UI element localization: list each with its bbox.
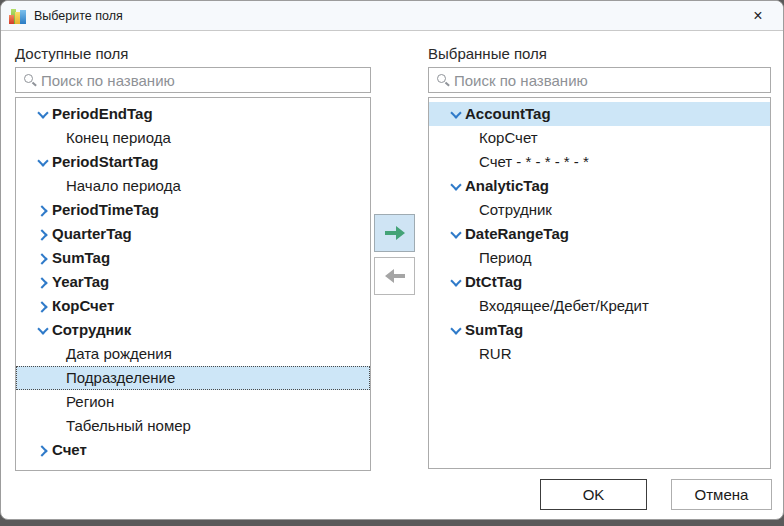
search-icon <box>436 73 450 87</box>
tree-item-label: Счет - * - * - * - * <box>479 153 589 170</box>
chevron-down-icon[interactable] <box>36 150 50 174</box>
tree-item-label: Сотрудник <box>479 201 552 218</box>
move-right-button[interactable] <box>374 214 415 252</box>
tree-item[interactable]: SumTag <box>16 246 370 270</box>
ok-button[interactable]: OK <box>540 479 647 510</box>
tree-item[interactable]: КорСчет <box>429 126 770 150</box>
available-fields-list[interactable]: PeriodEndTagКонец периодаPeriodStartTagН… <box>15 97 371 471</box>
tree-item-label: Регион <box>66 393 114 410</box>
tree-item-label: Подразделение <box>66 369 175 386</box>
cancel-button[interactable]: Отмена <box>671 479 772 510</box>
tree-item-label: Счет <box>52 441 87 458</box>
tree-item[interactable]: DtCtTag <box>429 270 770 294</box>
tree-item-label: Сотрудник <box>52 321 131 338</box>
tree-item-label: Дата рождения <box>66 345 172 362</box>
chevron-down-icon[interactable] <box>449 174 463 198</box>
tree-item-label: DtCtTag <box>465 273 522 290</box>
tree-item[interactable]: Входящее/Дебет/Кредит <box>429 294 770 318</box>
tree-item[interactable]: RUR <box>429 342 770 366</box>
tree-item-label: SumTag <box>52 249 110 266</box>
tree-item[interactable]: Период <box>429 246 770 270</box>
chevron-right-icon[interactable] <box>36 222 50 246</box>
tree-item[interactable]: Счет - * - * - * - * <box>429 150 770 174</box>
chevron-down-icon[interactable] <box>36 318 50 342</box>
selected-panel-label: Выбранные поля <box>428 45 547 62</box>
tree-item[interactable]: SumTag <box>429 318 770 342</box>
tree-item-label: Входящее/Дебет/Кредит <box>479 297 649 314</box>
search-icon <box>23 73 37 87</box>
tree-item[interactable]: Дата рождения <box>16 342 370 366</box>
tree-item[interactable]: Конец периода <box>16 126 370 150</box>
tree-item-label: SumTag <box>465 321 523 338</box>
tree-item[interactable]: QuarterTag <box>16 222 370 246</box>
tree-item[interactable]: DateRangeTag <box>429 222 770 246</box>
chevron-right-icon[interactable] <box>36 438 50 462</box>
tree-item-label: Конец периода <box>66 129 171 146</box>
arrow-left-icon <box>382 266 408 286</box>
chevron-right-icon[interactable] <box>36 198 50 222</box>
tree-item-label: КорСчет <box>52 297 114 314</box>
tree-item-label: PeriodEndTag <box>52 105 153 122</box>
available-panel-label: Доступные поля <box>15 45 128 62</box>
tree-item-label: Начало периода <box>66 177 181 194</box>
tree-item[interactable]: Сотрудник <box>429 198 770 222</box>
ok-button-label: OK <box>583 486 605 503</box>
tree-item[interactable]: Табельный номер <box>16 414 370 438</box>
tree-item-label: DateRangeTag <box>465 225 569 242</box>
chevron-down-icon[interactable] <box>449 270 463 294</box>
tree-item-label: КорСчет <box>479 129 538 146</box>
tree-item-label: RUR <box>479 345 512 362</box>
close-icon: × <box>753 8 762 24</box>
tree-item[interactable]: Подразделение <box>16 366 370 390</box>
tree-item[interactable]: Начало периода <box>16 174 370 198</box>
tree-item[interactable]: YearTag <box>16 270 370 294</box>
window-title: Выберите поля <box>34 1 123 31</box>
tree-item-label: PeriodStartTag <box>52 153 158 170</box>
chevron-right-icon[interactable] <box>36 270 50 294</box>
tree-item[interactable]: AnalyticTag <box>429 174 770 198</box>
arrow-right-icon <box>382 223 408 243</box>
selected-fields-list[interactable]: AccountTagКорСчетСчет - * - * - * - *Ana… <box>428 97 771 469</box>
tree-item[interactable]: PeriodEndTag <box>16 102 370 126</box>
chevron-down-icon[interactable] <box>449 102 463 126</box>
cancel-button-label: Отмена <box>695 486 749 503</box>
tree-item[interactable]: AccountTag <box>429 102 770 126</box>
selected-search-box <box>428 67 771 93</box>
chevron-down-icon[interactable] <box>449 318 463 342</box>
chevron-down-icon[interactable] <box>449 222 463 246</box>
chart-icon <box>9 7 27 24</box>
tree-item[interactable]: Регион <box>16 390 370 414</box>
tree-item[interactable]: Счет <box>16 438 370 462</box>
title-bar: Выберите поля × <box>1 1 783 31</box>
available-search-input[interactable] <box>41 69 370 91</box>
tree-item-label: PeriodTimeTag <box>52 201 159 218</box>
chevron-right-icon[interactable] <box>36 294 50 318</box>
tree-item[interactable]: PeriodTimeTag <box>16 198 370 222</box>
available-search-box <box>15 67 371 93</box>
tree-item[interactable]: Сотрудник <box>16 318 370 342</box>
tree-item-label: Период <box>479 249 532 266</box>
tree-item-label: AccountTag <box>465 105 551 122</box>
chevron-down-icon[interactable] <box>36 102 50 126</box>
select-fields-dialog: Выберите поля × Доступные поля Выбранные… <box>0 0 784 520</box>
tree-item[interactable]: PeriodStartTag <box>16 150 370 174</box>
tree-item[interactable]: КорСчет <box>16 294 370 318</box>
tree-item-label: YearTag <box>52 273 109 290</box>
tree-item-label: AnalyticTag <box>465 177 549 194</box>
tree-item-label: QuarterTag <box>52 225 132 242</box>
tree-item-label: Табельный номер <box>66 417 191 434</box>
move-left-button[interactable] <box>374 257 415 295</box>
close-button[interactable]: × <box>737 2 779 30</box>
chevron-right-icon[interactable] <box>36 246 50 270</box>
selected-search-input[interactable] <box>454 69 770 91</box>
